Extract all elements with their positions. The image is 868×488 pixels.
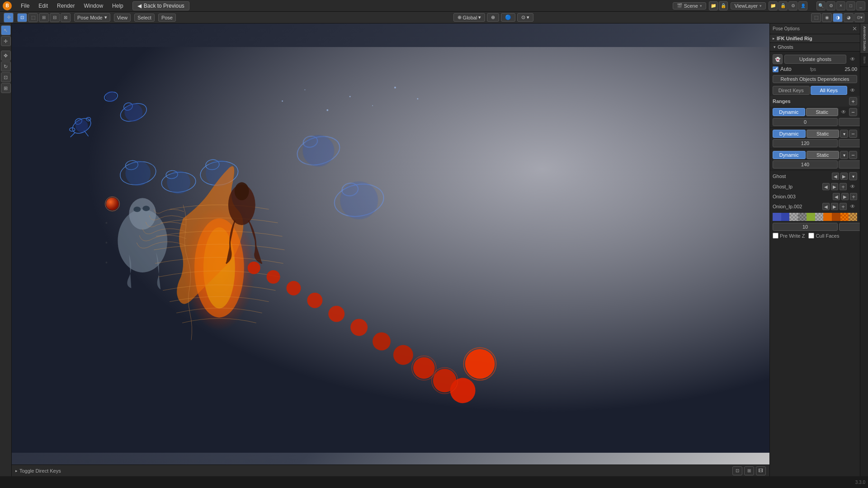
bottom-icon-3[interactable]: 🎞 — [756, 466, 766, 475]
top-icon-3[interactable]: × — [836, 1, 845, 10]
mode-icon-3[interactable]: ⊞ — [39, 13, 49, 22]
view-menu[interactable]: View — [114, 14, 131, 22]
add-range-button[interactable]: + — [849, 97, 857, 105]
swatch-blue-1[interactable] — [773, 213, 781, 221]
onion-lp002-next-btn[interactable]: ▶ — [831, 203, 838, 210]
range-1-eye-icon[interactable]: 👁 — [839, 108, 848, 117]
range-3-val1[interactable] — [773, 160, 838, 169]
side-tab-item[interactable]: Item — [860, 54, 868, 67]
ghosts-eye-icon[interactable]: 👁 — [848, 55, 857, 64]
select-tool[interactable]: ↖ — [1, 25, 11, 35]
onion-val1[interactable] — [773, 223, 838, 231]
swatch-blue-2[interactable] — [781, 213, 790, 221]
onion-003-prev-btn[interactable]: ◀ — [833, 193, 840, 200]
viewport-shading-1[interactable]: ⬚ — [811, 13, 821, 22]
menu-file[interactable]: File — [17, 2, 33, 10]
menu-edit[interactable]: Edit — [35, 2, 52, 10]
all-keys-button[interactable]: All Keys — [811, 86, 848, 95]
ghost-lp-prev-btn[interactable]: ◀ — [822, 183, 830, 190]
ghost-lp-eye-icon[interactable]: 👁 — [848, 182, 857, 191]
ghost-lp-next-btn[interactable]: ▶ — [831, 183, 838, 190]
swatch-checker-3[interactable] — [840, 213, 849, 221]
range-2-static-btn[interactable]: Static — [807, 130, 840, 138]
swatch-checker-1[interactable] — [789, 213, 798, 221]
3d-viewport[interactable]: ▸ Toggle Direct Keys ⊡ ⊞ 🎞 — [12, 23, 769, 476]
ghost-lp-add-btn[interactable]: + — [840, 183, 847, 190]
mode-icon-1[interactable]: ⊡ — [17, 13, 27, 22]
bottom-icon-2[interactable]: ⊞ — [744, 466, 754, 475]
move-tool[interactable]: ✥ — [1, 51, 11, 61]
viewport-shading-4[interactable]: ◕ — [844, 13, 854, 22]
scale-tool[interactable]: ⊡ — [1, 72, 11, 82]
scene-icon-2[interactable]: 🔒 — [719, 1, 728, 10]
auto-checkbox-input[interactable] — [773, 66, 778, 72]
range-3-expand-btn[interactable]: ▾ — [840, 151, 848, 159]
select-menu[interactable]: Select — [134, 14, 155, 22]
range-2-dynamic-btn[interactable]: Dynamic — [773, 130, 806, 138]
mode-icon-4[interactable]: ⊟ — [50, 13, 60, 22]
side-tab-animation[interactable]: Animbot Studio — [860, 23, 868, 54]
top-icon-4[interactable]: □ — [846, 1, 855, 10]
onion-lp002-eye-icon[interactable]: 👁 — [848, 202, 857, 211]
global-selector[interactable]: ⊕ Global ▾ — [453, 13, 486, 22]
swatch-green-2[interactable] — [815, 213, 824, 221]
update-ghosts-button[interactable]: Update ghosts — [784, 55, 846, 64]
pose-mode-selector[interactable]: Pose Mode ▾ — [74, 13, 110, 22]
viewport-overlay[interactable]: ⊙▾ — [854, 13, 864, 22]
range-1-val1[interactable] — [773, 118, 838, 126]
mode-icon-5[interactable]: ⊠ — [61, 13, 71, 22]
onion-003-add-btn[interactable]: + — [850, 193, 857, 200]
bottom-icon-1[interactable]: ⊡ — [732, 466, 742, 475]
range-2-minus-button[interactable]: − — [849, 130, 857, 138]
viewlayer-icon-3[interactable]: ⚙ — [788, 1, 797, 10]
range-2-val1[interactable] — [773, 139, 838, 147]
top-icon-1[interactable]: 🔍 — [816, 1, 826, 10]
ghost-prev-btn[interactable]: ◀ — [832, 173, 839, 180]
pivot-btn[interactable]: ⊕ — [487, 13, 499, 22]
viewport-shading-2[interactable]: ◉ — [822, 13, 832, 22]
range-1-val2[interactable] — [839, 118, 860, 126]
range-1-minus-button[interactable]: − — [849, 108, 857, 116]
onion-lp002-add-btn[interactable]: + — [840, 203, 847, 210]
snapping-btn[interactable]: 🔵 — [501, 13, 515, 22]
transform-tool[interactable]: ⊞ — [1, 83, 11, 93]
range-3-static-btn[interactable]: Static — [807, 151, 840, 159]
range-1-static-btn[interactable]: Static — [806, 108, 839, 116]
ghosts-header[interactable]: ▾ Ghosts — [770, 43, 860, 52]
proportional-btn[interactable]: ⊙ ▾ — [517, 13, 533, 22]
swatch-orange-1[interactable] — [823, 213, 832, 221]
range-2-val2[interactable] — [839, 139, 860, 147]
top-icon-5[interactable]: _ — [856, 1, 865, 10]
scene-icon-1[interactable]: 📁 — [709, 1, 718, 10]
cull-faces-checkbox[interactable]: Cull Faces — [808, 233, 839, 239]
ifk-rig-header[interactable]: ▸ IFK Unified Rig — [770, 34, 860, 43]
keys-eye-icon[interactable]: 👁 — [848, 86, 857, 95]
onion-lp002-prev-btn[interactable]: ◀ — [822, 203, 830, 210]
back-to-previous-button[interactable]: ◀ Back to Previous — [132, 1, 189, 10]
range-2-expand-btn[interactable]: ▾ — [840, 130, 848, 138]
viewlayer-icon-2[interactable]: 🔒 — [778, 1, 788, 10]
cursor-tool[interactable]: ✛ — [4, 13, 14, 23]
top-icon-2[interactable]: ⚙ — [826, 1, 835, 10]
swatch-orange-2[interactable] — [832, 213, 840, 221]
pre-write-z-input[interactable] — [773, 233, 778, 239]
ghost-icon-btn[interactable]: 👻 — [773, 54, 783, 64]
ghost-next-btn[interactable]: ▶ — [840, 173, 848, 180]
scene-selector[interactable]: 🎬 Scene ▾ — [673, 2, 706, 9]
pre-write-z-checkbox[interactable]: Pre Write Z — [773, 233, 805, 239]
range-3-dynamic-btn[interactable]: Dynamic — [773, 151, 806, 159]
ghost-expand-btn[interactable]: ▾ — [849, 172, 857, 180]
refresh-dependencies-button[interactable]: Refresh Objects Dependencies — [773, 75, 857, 83]
swatch-checker-2[interactable] — [798, 213, 807, 221]
panel-close-btn[interactable]: ✕ — [852, 25, 857, 32]
onion-val2[interactable] — [839, 223, 860, 231]
rotate-tool[interactable]: ↻ — [1, 61, 11, 71]
direct-keys-button[interactable]: Direct Keys — [773, 86, 810, 95]
swatch-checker-4[interactable] — [849, 213, 857, 221]
cull-faces-input[interactable] — [808, 233, 814, 239]
onion-003-next-btn[interactable]: ▶ — [841, 193, 849, 200]
viewlayer-icon-4[interactable]: 👤 — [798, 1, 807, 10]
range-3-minus-button[interactable]: − — [849, 151, 857, 159]
toggle-direct-keys[interactable]: ▸ Toggle Direct Keys — [15, 468, 61, 474]
viewlayer-icon-1[interactable]: 📁 — [769, 1, 778, 10]
